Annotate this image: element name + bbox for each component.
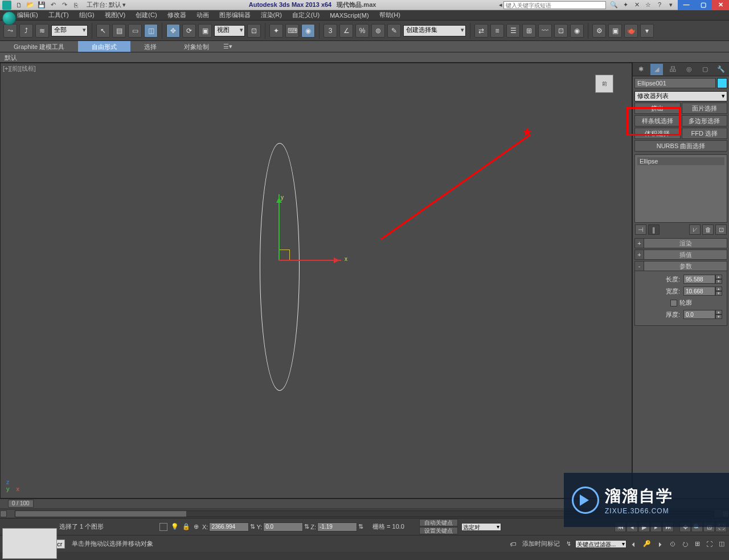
spinner-icon[interactable]: ⇅ — [304, 523, 309, 530]
menu-modifiers[interactable]: 修改器 — [167, 11, 186, 19]
menu-customize[interactable]: 自定义(U) — [292, 11, 320, 19]
width-input[interactable] — [683, 287, 715, 296]
z-coord-field[interactable]: -1.19 — [317, 522, 357, 532]
remove-modifier-icon[interactable]: 🗑 — [702, 224, 714, 235]
subscription-icon[interactable]: ✦ — [621, 1, 630, 9]
expand-icon[interactable]: + — [635, 250, 644, 259]
link-icon[interactable]: ⤳ — [3, 24, 17, 38]
menu-animation[interactable]: 动画 — [196, 11, 209, 19]
keyboard-shortcut-icon[interactable]: ⌨ — [285, 24, 299, 38]
scrollbar-thumb[interactable] — [15, 511, 186, 517]
scale-icon[interactable]: ▣ — [198, 24, 212, 38]
btn-extrude[interactable]: 挤出 — [634, 103, 681, 114]
workspace-label[interactable]: 工作台: 默认 — [87, 1, 121, 9]
search-icon[interactable]: 🔍 — [609, 1, 619, 9]
object-color-swatch[interactable] — [717, 78, 727, 88]
maximize-button[interactable]: ▢ — [695, 0, 712, 10]
layers-icon[interactable]: ☰ — [506, 24, 520, 38]
named-selection-set[interactable]: 创建选择集 — [403, 25, 466, 36]
layer-manager-icon[interactable]: ⊞ — [522, 24, 536, 38]
show-end-result-icon[interactable]: ‖ — [648, 224, 660, 235]
isolate-toggle-icon[interactable] — [159, 523, 167, 531]
ribbon-tab-paint[interactable]: 对象绘制 — [170, 41, 223, 52]
search-field[interactable] — [504, 2, 605, 9]
app-icon[interactable] — [2, 1, 11, 10]
menu-maxscript[interactable]: MAXScript(M) — [330, 12, 368, 19]
collapse-icon[interactable]: - — [635, 261, 644, 271]
menu-help[interactable]: 帮助(H) — [379, 11, 400, 19]
lightbulb-icon[interactable]: 💡 — [171, 523, 179, 530]
object-name-field[interactable]: Ellipse001 — [634, 78, 716, 88]
spinner-snap-icon[interactable]: ⊚ — [371, 24, 385, 38]
search-input[interactable] — [503, 1, 606, 9]
snap-3d-icon[interactable]: 3 — [323, 24, 337, 38]
tab-utilities-icon[interactable]: 🔧 — [715, 64, 727, 75]
tab-motion-icon[interactable]: ◎ — [683, 64, 695, 75]
rollout-rendering-header[interactable]: + 渲染 — [634, 238, 727, 248]
spinner-up-icon[interactable]: ▴ — [715, 275, 722, 279]
pivot-center-icon[interactable]: ⊡ — [247, 24, 261, 38]
configure-sets-icon[interactable]: ⊡ — [715, 224, 727, 235]
next-key-icon[interactable]: ⏵ — [655, 539, 666, 549]
rotate-icon[interactable]: ⟳ — [182, 24, 196, 38]
window-crossing-icon[interactable]: ◫ — [144, 24, 158, 38]
render-frame-icon[interactable]: ▣ — [608, 24, 622, 38]
exchange-icon[interactable]: ✕ — [632, 1, 641, 9]
spinner-icon[interactable]: ⇅ — [358, 523, 363, 530]
viewport-label[interactable]: [+][前][线框] — [3, 64, 36, 73]
spinner-down-icon[interactable]: ▾ — [715, 291, 722, 296]
viewport-zoom-all-icon[interactable]: ⊞ — [693, 539, 702, 549]
key-icon[interactable]: 🔑 — [641, 539, 653, 549]
render-preset-icon[interactable]: ▾ — [640, 24, 654, 38]
autokey-button[interactable]: 自动关键点 — [419, 519, 458, 526]
select-name-icon[interactable]: ▤ — [112, 24, 126, 38]
viewport[interactable]: [+][前][线框] 前 y x z y x ★ — [0, 63, 632, 498]
favorite-icon[interactable]: ☆ — [644, 1, 653, 9]
bind-spacewarp-icon[interactable]: ≋ — [35, 24, 49, 38]
menu-create[interactable]: 创建(C) — [136, 11, 157, 19]
expand-icon[interactable]: + — [635, 239, 644, 248]
viewcube-face[interactable]: 前 — [595, 75, 613, 93]
menu-views[interactable]: 视图(V) — [105, 11, 126, 19]
curve-editor-icon[interactable]: 〰 — [538, 24, 552, 38]
btn-vol-select[interactable]: 体积选择 — [634, 128, 681, 139]
spinner-icon[interactable]: ⇅ — [250, 523, 255, 530]
align-icon[interactable]: ≡ — [490, 24, 504, 38]
ribbon-tab-graphite[interactable]: Graphite 建模工具 — [0, 41, 78, 52]
btn-nurbs-select[interactable]: NURBS 曲面选择 — [634, 140, 727, 152]
edit-named-sel-icon[interactable]: ✎ — [387, 24, 401, 38]
tab-hierarchy-icon[interactable]: 品 — [666, 64, 679, 75]
menu-group[interactable]: 组(G) — [79, 11, 95, 19]
stack-item-ellipse[interactable]: Ellipse — [637, 157, 724, 165]
menu-graph[interactable]: 图形编辑器 — [219, 11, 251, 19]
select-object-icon[interactable]: ↖ — [96, 24, 110, 38]
qat-redo-icon[interactable]: ↷ — [59, 1, 69, 9]
x-coord-field[interactable]: 2366.994 — [209, 522, 249, 532]
btn-spline-select[interactable]: 样条线选择 — [634, 115, 681, 126]
thickness-spinner[interactable]: ▴▾ — [683, 310, 722, 319]
length-input[interactable] — [683, 275, 715, 284]
percent-snap-icon[interactable]: % — [355, 24, 369, 38]
tab-create-icon[interactable]: ✱ — [634, 64, 647, 75]
select-region-icon[interactable]: ▭ — [128, 24, 142, 38]
ellipse-object[interactable] — [260, 143, 300, 391]
angle-snap-icon[interactable]: ∠ — [339, 24, 353, 38]
setkey-button[interactable]: 设置关键点 — [419, 527, 458, 534]
time-config-icon[interactable]: ⏲ — [667, 539, 678, 549]
time-tag-icon[interactable]: 🏷 — [507, 539, 518, 549]
qat-open-icon[interactable]: 📂 — [25, 1, 35, 9]
tab-modify-icon[interactable]: ◢ — [650, 64, 663, 75]
viewport-max-toggle-icon[interactable]: ◫ — [716, 539, 727, 549]
render-icon[interactable]: 🫖 — [624, 24, 638, 38]
minimize-button[interactable]: — — [678, 0, 695, 10]
qat-link-icon[interactable]: ⎘ — [71, 1, 81, 9]
material-editor-icon[interactable]: ◉ — [570, 24, 584, 38]
snap-toggle-icon[interactable]: ◉ — [301, 24, 315, 38]
move-icon[interactable]: ✥ — [166, 24, 180, 38]
trackbar-toggle-icon[interactable] — [0, 510, 7, 517]
render-setup-icon[interactable]: ⚙ — [592, 24, 606, 38]
ribbon-tab-selection[interactable]: 选择 — [130, 41, 170, 52]
modifier-list-dropdown[interactable]: 修改器列表 — [634, 91, 727, 101]
pin-stack-icon[interactable]: ⊣ — [635, 224, 646, 235]
infocenter-prev-icon[interactable]: ◂ — [499, 1, 502, 9]
